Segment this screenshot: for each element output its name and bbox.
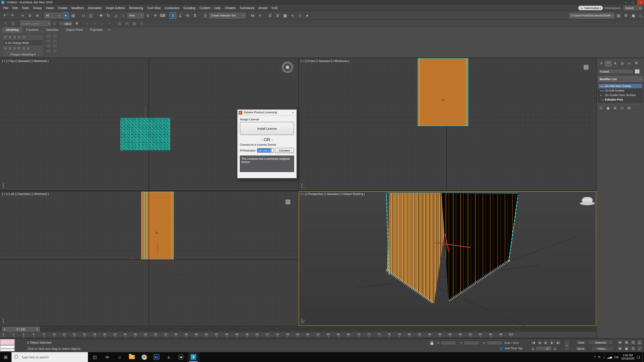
graphite-ribbon-toggle-icon[interactable]: ▦ — [282, 12, 288, 18]
modifier-stack-item-ox-hair-from-guides[interactable]: ●▸Ox Hair from Guides — [598, 84, 642, 88]
ribbon-group-caption[interactable]: Polygon Modeling ▾ — [2, 53, 44, 56]
ribbon-tab-freeform[interactable]: Freeform — [22, 27, 42, 33]
user-account-menu[interactable]: ☺ Yoshi Kubod ▾ — [578, 6, 603, 10]
menu-item-animation[interactable]: Animation — [86, 5, 104, 11]
viewport-perspective[interactable]: [ + ] [ Perspective ] [ Standard ] [ Def… — [298, 191, 596, 326]
viewcube[interactable] — [282, 61, 293, 73]
walk-through-icon[interactable]: ◉ — [624, 346, 630, 351]
timeline-tick-16[interactable]: 16 — [83, 333, 86, 336]
menu-item-graph-editors[interactable]: Graph Editors — [104, 5, 127, 11]
workspace-dropdown[interactable]: Default ▾ — [624, 6, 642, 10]
pen-icon[interactable]: ✎ — [598, 355, 601, 359]
minimize-button[interactable]: – — [622, 0, 629, 5]
timeline-tick-84[interactable]: 84 — [428, 333, 431, 336]
timeline-tick-34[interactable]: 34 — [174, 333, 178, 336]
timeline-tick-48[interactable]: 48 — [246, 333, 248, 336]
timeline-tick-94[interactable]: 94 — [479, 333, 482, 336]
selection-lock-toggle[interactable] — [429, 340, 434, 346]
ribbon-tool-icon[interactable] — [52, 34, 58, 38]
hair-guides-top-view[interactable] — [120, 118, 170, 150]
viewcube[interactable] — [580, 201, 595, 205]
timeline-tick-54[interactable]: 54 — [276, 333, 279, 336]
key-filters-button[interactable]: Filters... — [592, 346, 614, 351]
material-editor-icon[interactable]: ● — [304, 12, 310, 18]
timeline-tick-38[interactable]: 38 — [195, 333, 198, 336]
motion-tab[interactable]: ◎ — [619, 61, 626, 66]
timeline-tick-98[interactable]: 98 — [499, 333, 502, 336]
ribbon-tool-icon[interactable] — [52, 44, 58, 48]
ribbon-tool-icon[interactable] — [8, 46, 12, 50]
rectangular-selection-region-icon[interactable]: ▭ — [80, 12, 87, 18]
ribbon-tool-icon[interactable] — [4, 46, 8, 50]
menu-item-customize[interactable]: Customize — [162, 5, 181, 11]
zoom-all-icon[interactable]: ⊞ — [624, 339, 630, 345]
ribbon-tool-icon[interactable] — [22, 46, 26, 50]
expand-caret-icon[interactable]: ▸ — [602, 89, 605, 92]
previous-key-button[interactable]: ◄ — [531, 346, 535, 351]
ribbon-tool-icon[interactable] — [13, 46, 16, 50]
visibility-eye-icon[interactable]: ● — [599, 89, 602, 92]
menu-item-tools[interactable]: Tools — [20, 5, 31, 11]
dialog-close-button[interactable]: × — [290, 110, 295, 115]
set-key-button[interactable]: Set K. — [576, 346, 586, 351]
spinner-snap-toggle-icon[interactable]: ⇅ — [192, 12, 198, 18]
mirror-icon[interactable]: ⋈ — [250, 12, 256, 18]
viewport-left-label[interactable]: [ + ] [ Left ] [ Standard ] [ Wireframe … — [2, 193, 49, 195]
transform-gizmo-axis[interactable] — [145, 106, 146, 118]
timeline-tick-52[interactable]: 52 — [266, 333, 269, 336]
remove-modifier-icon[interactable]: × — [619, 105, 625, 110]
timeline-tick-100[interactable]: 100 — [509, 333, 513, 336]
viewcube[interactable] — [584, 65, 588, 70]
timeline-tick-2[interactable]: 2 — [13, 333, 14, 336]
timeline-tick-72[interactable]: 72 — [367, 333, 370, 336]
start-button[interactable]: ⊞ — [0, 352, 12, 362]
pan-icon[interactable]: ✥ — [617, 346, 623, 351]
orbit-icon[interactable]: ↻ — [630, 346, 636, 351]
utilities-tab[interactable]: ⚒ — [633, 61, 640, 66]
menu-item-help[interactable]: Help — [212, 5, 223, 11]
modifier-stack-item-ox-edit-guides[interactable]: ●▸Ox Edit Guides — [598, 88, 642, 93]
viewport-perspective-label[interactable]: [ + ] [ Perspective ] [ Standard ] [ Def… — [301, 193, 365, 195]
timeline-tick-64[interactable]: 64 — [327, 333, 330, 336]
maximize-viewport-icon[interactable]: ⤢ — [636, 346, 643, 351]
search-input[interactable] — [12, 352, 88, 362]
previous-frame-button[interactable]: ◀ — [537, 340, 542, 345]
select-and-place-icon[interactable]: ⌂ — [120, 12, 126, 18]
timeline-tick-36[interactable]: 36 — [184, 333, 188, 336]
timeline-tick-14[interactable]: 14 — [73, 333, 76, 336]
next-frame-arrow[interactable]: ► — [36, 328, 39, 331]
modifier-stack-item-ox-guides-from-surface[interactable]: ●Ox Guides from Surface — [598, 93, 642, 97]
timeline-tick-56[interactable]: 56 — [286, 333, 289, 336]
auto-key-button[interactable]: Auto — [576, 340, 586, 345]
timeline-tick-24[interactable]: 24 — [124, 333, 126, 336]
timeline-tick-68[interactable]: 68 — [347, 333, 350, 336]
timeline-tick-82[interactable]: 82 — [418, 333, 421, 336]
go-to-end-button[interactable]: ▶| — [555, 340, 561, 345]
timeline-tick-26[interactable]: 26 — [134, 333, 137, 336]
viewport-top-label[interactable]: [ + ] [ Top ] [ Standard ] [ Wireframe ] — [2, 59, 48, 62]
object-name-field[interactable]: Furball — [598, 69, 633, 74]
taskbar-people[interactable]: ☺ — [113, 352, 126, 362]
install-license-button[interactable]: Install License — [240, 122, 294, 135]
furball-hair-object[interactable] — [385, 192, 520, 311]
taskbar-file-explorer[interactable] — [126, 352, 138, 362]
redo-icon[interactable]: ↷ — [9, 12, 16, 18]
timeline-tick-0[interactable]: 0 — [2, 333, 4, 336]
edit-named-selection-sets-icon[interactable]: {} — [202, 12, 209, 18]
menu-item-scripting[interactable]: Scripting — [181, 5, 198, 11]
show-desktop-button[interactable] — [642, 352, 643, 362]
object-color-swatch[interactable] — [634, 69, 640, 74]
taskbar-wacom[interactable]: W — [175, 352, 187, 362]
menu-item-views[interactable]: Views — [44, 5, 56, 11]
select-and-move-icon[interactable]: ✥ — [98, 12, 104, 18]
modify-tab[interactable]: ◠ — [605, 61, 612, 66]
taskbar-3ds-max[interactable]: 3 — [187, 352, 200, 362]
modifier-list-dropdown[interactable]: Modifier List ▾ — [598, 76, 643, 82]
timeline-tick-60[interactable]: 60 — [306, 333, 310, 336]
transform-gizmo-axis[interactable] — [131, 258, 135, 259]
time-slider-handle[interactable]: ◄ 0 / 100 ► — [2, 327, 40, 332]
timeline-tick-96[interactable]: 96 — [489, 333, 492, 336]
ribbon-tab-selection[interactable]: Selection — [42, 27, 62, 33]
ribbon-tool-icon[interactable] — [46, 39, 51, 43]
ribbon-tool-icon[interactable] — [52, 49, 58, 53]
